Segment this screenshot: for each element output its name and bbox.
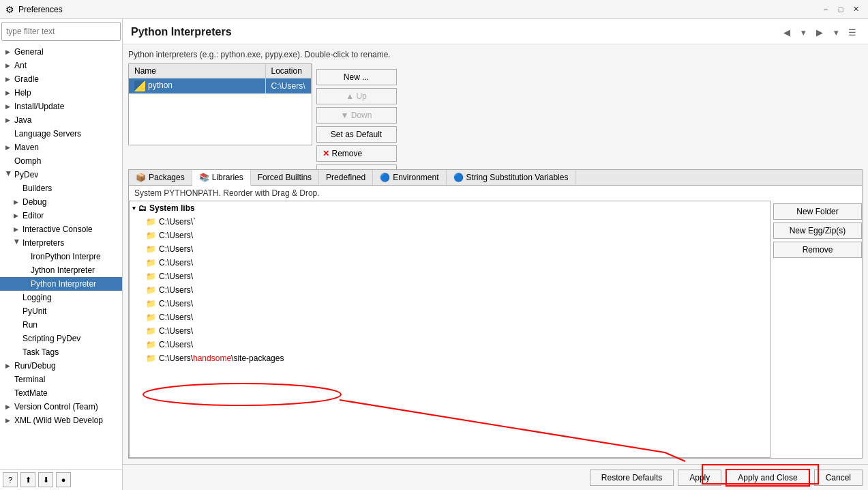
syspath-group[interactable]: ▾ 🗂 System libs: [130, 201, 770, 215]
down-button[interactable]: ⬇: [38, 472, 53, 487]
up-interp-button[interactable]: ▲ Up: [316, 88, 397, 104]
upper-section: Name Location python C:\Users\: [128, 63, 863, 169]
tab-libraries[interactable]: 📚 Libraries: [192, 170, 251, 186]
tab-string-subst[interactable]: 🔵 String Substitution Variables: [447, 170, 576, 185]
syspath-path: C:\Users\: [159, 258, 193, 268]
forward-drop-button[interactable]: ▾: [828, 25, 843, 40]
sidebar-item-gradle[interactable]: ▶Gradle: [0, 72, 122, 86]
syspath-path: C:\Users\: [159, 340, 193, 349]
expand-arrow: ▶: [5, 117, 12, 124]
menu-button[interactable]: ☰: [845, 25, 860, 40]
sidebar-item-general[interactable]: ▶General: [0, 45, 122, 59]
sidebar-item-run-debug[interactable]: ▶Run/Debug: [0, 359, 122, 373]
tab-environment[interactable]: 🔵 Environment: [373, 170, 446, 185]
sidebar-item-label: Task Tags: [23, 347, 59, 357]
sidebar-item-version-control[interactable]: ▶Version Control (Team): [0, 400, 122, 414]
sidebar-item-label: IronPython Interpre: [31, 252, 101, 261]
sidebar-item-debug[interactable]: ▶Debug: [0, 195, 122, 209]
help-button[interactable]: ?: [3, 472, 18, 487]
new-button[interactable]: New ...: [316, 69, 397, 85]
sidebar-item-scripting-pydev[interactable]: Scripting PyDev: [0, 332, 122, 345]
sidebar-item-interpreters[interactable]: ▶Interpreters: [0, 236, 122, 250]
syspath-item-highlighted[interactable]: 📁 C:\Users\handsome\site-packages: [130, 351, 770, 365]
sidebar-item-maven[interactable]: ▶Maven: [0, 141, 122, 154]
back-drop-button[interactable]: ▾: [796, 25, 811, 40]
syspath-item[interactable]: 📁 C:\Users\: [130, 242, 770, 256]
sidebar-item-pydev[interactable]: ▶PyDev: [0, 168, 122, 182]
filter-input[interactable]: [1, 22, 121, 41]
sidebar-item-xml[interactable]: ▶XML (Wild Web Develop: [0, 414, 122, 427]
sidebar-item-label: Ant: [14, 61, 27, 70]
tab-predefined[interactable]: Predefined: [319, 170, 373, 185]
syspath-item[interactable]: 📁 C:\Users\`: [130, 215, 770, 229]
string-subst-icon: 🔵: [453, 173, 464, 182]
tab-packages[interactable]: 📦 Packages: [129, 170, 192, 185]
down-interp-button[interactable]: ▼ Down: [316, 107, 397, 124]
syspath-item[interactable]: 📁 C:\Users\: [130, 311, 770, 324]
tab-forced-builtins[interactable]: Forced Builtins: [251, 170, 319, 185]
cancel-button[interactable]: Cancel: [814, 470, 863, 486]
sidebar-item-oomph[interactable]: ▶Oomph: [0, 154, 122, 168]
sidebar-item-textmate[interactable]: ▶TextMate: [0, 386, 122, 400]
expand-arrow: ▶: [5, 103, 12, 110]
back-button[interactable]: ◀: [779, 25, 794, 40]
restore-defaults-button[interactable]: Restore Defaults: [590, 470, 674, 486]
apply-and-close-button[interactable]: Apply and Close: [725, 469, 809, 487]
sidebar-item-label: Java: [14, 115, 31, 125]
interpreter-table: Name Location python C:\Users\: [129, 64, 312, 93]
sidebar-item-java[interactable]: ▶Java: [0, 113, 122, 127]
sidebar-item-builders[interactable]: Builders: [0, 182, 122, 195]
sidebar-item-label: Version Control (Team): [14, 402, 98, 412]
sidebar-item-ant[interactable]: ▶Ant: [0, 59, 122, 72]
syspath-item[interactable]: 📁 C:\Users\: [130, 324, 770, 338]
syspath-tree[interactable]: ▾ 🗂 System libs 📁 C:\Users\`: [129, 201, 770, 458]
sidebar-tree: ▶General▶Ant▶Gradle▶Help▶Install/Update▶…: [0, 44, 122, 469]
new-folder-button[interactable]: New Folder: [773, 203, 862, 220]
expand-arrow: ▶: [5, 76, 12, 83]
app-title: Preferences: [18, 5, 815, 14]
apply-button[interactable]: Apply: [678, 470, 721, 486]
syspath-item[interactable]: 📁 C:\Users\: [130, 283, 770, 297]
table-row[interactable]: python C:\Users\: [129, 78, 311, 94]
syspath-item[interactable]: 📁 C:\Users\: [130, 338, 770, 351]
sidebar-item-logging[interactable]: Logging: [0, 291, 122, 304]
sidebar: ▶General▶Ant▶Gradle▶Help▶Install/Update▶…: [0, 19, 123, 490]
syspath-item[interactable]: 📁 C:\Users\: [130, 297, 770, 311]
sidebar-item-jython-interpreter[interactable]: Jython Interpreter: [0, 263, 122, 277]
settings-button[interactable]: ●: [56, 472, 71, 487]
sidebar-item-label: Builders: [23, 184, 52, 193]
libraries-icon: 📚: [199, 173, 209, 182]
sidebar-item-terminal[interactable]: ▶Terminal: [0, 373, 122, 386]
remove-icon: ✕: [323, 149, 329, 158]
sidebar-item-language-servers[interactable]: ▶Language Servers: [0, 127, 122, 141]
minimize-button[interactable]: −: [819, 3, 833, 16]
new-egg-zip-button[interactable]: New Egg/Zip(s): [773, 222, 862, 239]
sidebar-item-install-update[interactable]: ▶Install/Update: [0, 100, 122, 113]
sidebar-item-help[interactable]: ▶Help: [0, 86, 122, 100]
syspath-item[interactable]: 📁 C:\Users\: [130, 256, 770, 270]
remove-button[interactable]: ✕ Remove: [316, 145, 397, 162]
sidebar-item-task-tags[interactable]: Task Tags: [0, 345, 122, 359]
forward-button[interactable]: ▶: [812, 25, 827, 40]
sidebar-item-editor[interactable]: ▶Editor: [0, 209, 122, 222]
sidebar-item-ironpython-interpreter[interactable]: IronPython Interpre: [0, 250, 122, 263]
folder-icon: 📁: [146, 258, 156, 268]
set-default-button[interactable]: Set as Default: [316, 126, 397, 143]
tab-environment-label: Environment: [393, 173, 438, 182]
sidebar-item-label: Logging: [23, 293, 52, 302]
up-button[interactable]: ⬆: [20, 472, 35, 487]
syspath-item[interactable]: 📁 C:\Users\: [130, 270, 770, 283]
sidebar-item-pyunit[interactable]: PyUnit: [0, 304, 122, 318]
sidebar-item-python-interpreter[interactable]: Python Interpreter: [0, 277, 122, 291]
environment-icon: 🔵: [380, 173, 390, 182]
expand-arrow: ▶: [5, 62, 12, 69]
panel-content: Python interpreters (e.g.: python.exe, p…: [123, 44, 868, 464]
syspath-item[interactable]: 📁 C:\Users\: [130, 229, 770, 242]
sidebar-item-interactive-console[interactable]: ▶Interactive Console: [0, 222, 122, 236]
maximize-button[interactable]: □: [834, 3, 848, 16]
syspath-path: C:\Users\: [159, 313, 193, 322]
syspath-remove-button[interactable]: Remove: [773, 242, 862, 258]
close-button[interactable]: ✕: [849, 3, 863, 16]
folder-icon: 📁: [146, 299, 156, 308]
sidebar-item-run[interactable]: Run: [0, 318, 122, 332]
